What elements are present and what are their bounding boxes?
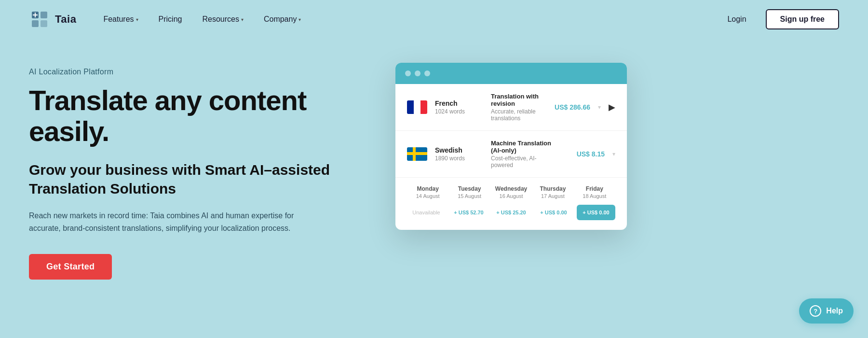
card-body: French 1024 words Translation with revis… xyxy=(395,84,627,230)
trans-price-french: US$ 286.66 xyxy=(547,103,590,111)
calendar-row: Unavailable + US$ 52.70 + US$ 25.20 + US… xyxy=(407,205,615,220)
cal-cell-tuesday[interactable]: + US$ 52.70 xyxy=(449,205,488,220)
help-button[interactable]: ? Help xyxy=(799,298,854,324)
trans-price-swedish: US$ 8.15 xyxy=(561,150,605,158)
help-circle-icon: ? xyxy=(810,305,821,317)
dashboard-card: French 1024 words Translation with revis… xyxy=(395,63,627,230)
get-started-button[interactable]: Get Started xyxy=(29,254,112,280)
trans-type-desc-french: Accurate, reliable translations xyxy=(491,108,539,122)
card-dot-3 xyxy=(424,70,430,76)
nav-company[interactable]: Company ▾ xyxy=(256,11,309,28)
lang-name-swedish: Swedish xyxy=(435,146,483,154)
cal-cell-wednesday[interactable]: + US$ 25.20 xyxy=(492,205,530,220)
translation-row-french: French 1024 words Translation with revis… xyxy=(395,84,627,131)
logo-icon xyxy=(29,9,50,30)
cal-col-tuesday: Tuesday 15 August xyxy=(448,185,490,199)
cal-col-wednesday: Wednesday 16 August xyxy=(490,185,532,199)
hero-subtitle: AI Localization Platform xyxy=(29,68,366,76)
lang-words-french: 1024 words xyxy=(435,108,483,115)
translation-row-swedish: Swedish 1890 words Machine Translation (… xyxy=(395,131,627,178)
trans-arrow-swedish[interactable]: ▾ xyxy=(612,151,615,157)
flag-swedish xyxy=(407,147,427,161)
lang-info-french: French 1024 words xyxy=(435,99,483,115)
hero-desc2: Reach new markets in record time: Taia c… xyxy=(29,210,294,235)
svg-rect-1 xyxy=(41,12,47,18)
logo-text: Taia xyxy=(55,13,76,26)
calendar-header: Monday 14 August Tuesday 15 August Wedne… xyxy=(407,185,615,199)
help-label: Help xyxy=(826,307,843,315)
hero-title: Translate any content easily. xyxy=(29,85,366,147)
nav-resources[interactable]: Resources ▾ xyxy=(194,11,251,28)
logo[interactable]: Taia xyxy=(29,9,76,30)
signup-button[interactable]: Sign up free xyxy=(766,9,839,29)
lang-info-swedish: Swedish 1890 words xyxy=(435,146,483,162)
trans-type-swedish: Machine Translation (AI-only) Cost-effec… xyxy=(491,140,554,169)
hero-right: French 1024 words Translation with revis… xyxy=(395,63,627,230)
login-button[interactable]: Login xyxy=(719,11,754,28)
nav-links: Features ▾ Pricing Resources ▾ Company ▾ xyxy=(95,11,719,28)
navbar: Taia Features ▾ Pricing Resources ▾ Comp… xyxy=(0,0,868,39)
nav-features[interactable]: Features ▾ xyxy=(95,11,146,28)
trans-type-name-french: Translation with revision xyxy=(491,93,539,107)
trans-arrow-french[interactable]: ▾ xyxy=(598,104,601,111)
svg-rect-2 xyxy=(32,20,39,27)
card-header xyxy=(395,63,627,84)
play-icon-french[interactable]: ▶ xyxy=(609,102,615,113)
company-chevron-icon: ▾ xyxy=(298,17,301,22)
trans-type-desc-swedish: Cost-effective, AI-powered xyxy=(491,155,554,169)
card-dot-1 xyxy=(405,70,411,76)
trans-type-french: Translation with revision Accurate, reli… xyxy=(491,93,539,122)
resources-chevron-icon: ▾ xyxy=(241,17,244,22)
trans-type-name-swedish: Machine Translation (AI-only) xyxy=(491,140,554,154)
nav-right: Login Sign up free xyxy=(719,9,839,29)
lang-words-swedish: 1890 words xyxy=(435,155,483,162)
card-dot-2 xyxy=(415,70,420,76)
nav-pricing[interactable]: Pricing xyxy=(151,11,190,28)
cal-col-friday: Friday 18 August xyxy=(574,185,615,199)
lang-name-french: French xyxy=(435,99,483,107)
flag-french xyxy=(407,100,427,114)
features-chevron-icon: ▾ xyxy=(136,17,138,22)
hero-section: AI Localization Platform Translate any c… xyxy=(0,39,868,328)
hero-left: AI Localization Platform Translate any c… xyxy=(29,58,366,280)
cal-cell-monday[interactable]: Unavailable xyxy=(407,205,446,220)
cal-cell-thursday[interactable]: + US$ 0.00 xyxy=(534,205,573,220)
calendar-section: Monday 14 August Tuesday 15 August Wedne… xyxy=(395,178,627,230)
cal-col-thursday: Thursday 17 August xyxy=(532,185,573,199)
hero-desc1: Grow your business with Smart AI–assiste… xyxy=(29,160,366,198)
svg-rect-3 xyxy=(41,20,47,27)
cal-col-monday: Monday 14 August xyxy=(407,185,448,199)
cal-cell-friday[interactable]: + US$ 0.00 xyxy=(577,205,615,220)
